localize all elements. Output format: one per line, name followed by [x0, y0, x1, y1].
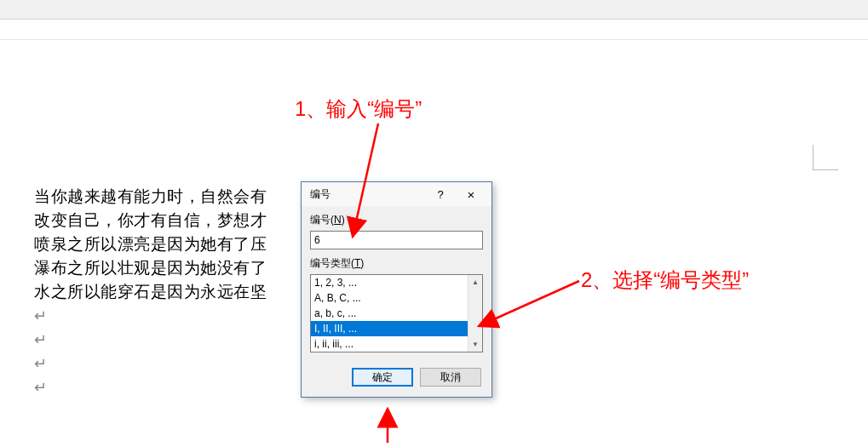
close-button[interactable]: ×: [456, 185, 486, 203]
ribbon-placeholder: [0, 0, 868, 20]
list-item[interactable]: i, ii, iii, ...: [311, 336, 468, 352]
list-item[interactable]: a, b, c, ...: [311, 306, 468, 321]
label-hotkey: N: [334, 214, 342, 226]
annotation-1: 1、输入“编号”: [295, 95, 422, 123]
scrollbar[interactable]: ▲ ▼: [468, 275, 482, 352]
ok-button[interactable]: 确定: [352, 368, 413, 387]
dialog-title: 编号: [310, 187, 425, 202]
list-item[interactable]: I, II, III, ...: [311, 321, 468, 336]
number-field-label: 编号(N): [310, 213, 483, 227]
label-text: ): [342, 214, 345, 226]
cancel-button[interactable]: 取消: [420, 368, 481, 387]
label-text: 编号(: [310, 214, 334, 226]
label-text: 编号类型(: [310, 257, 354, 269]
listbox-inner: 1, 2, 3, ... A, B, C, ... a, b, c, ... I…: [311, 275, 468, 352]
scroll-down-icon[interactable]: ▼: [468, 337, 482, 352]
dialog-content: 编号(N) 编号类型(T) 1, 2, 3, ... A, B, C, ... …: [302, 206, 491, 397]
number-type-listbox[interactable]: 1, 2, 3, ... A, B, C, ... a, b, c, ... I…: [310, 274, 483, 352]
numbering-dialog: 编号 ? × 编号(N) 编号类型(T) 1, 2, 3, ... A, B, …: [301, 181, 492, 398]
scroll-up-icon[interactable]: ▲: [468, 275, 482, 289]
label-text: ): [360, 257, 364, 269]
list-item[interactable]: A, B, C, ...: [311, 290, 468, 306]
annotation-2: 2、选择“编号类型”: [581, 266, 749, 294]
ruler: [0, 20, 868, 40]
list-item[interactable]: 1, 2, 3, ...: [311, 275, 468, 290]
dialog-buttons: 确定 取消: [310, 368, 483, 387]
help-button[interactable]: ?: [425, 185, 456, 203]
dialog-titlebar[interactable]: 编号 ? ×: [302, 182, 491, 206]
number-input[interactable]: [310, 231, 483, 249]
number-type-label: 编号类型(T): [310, 256, 483, 271]
